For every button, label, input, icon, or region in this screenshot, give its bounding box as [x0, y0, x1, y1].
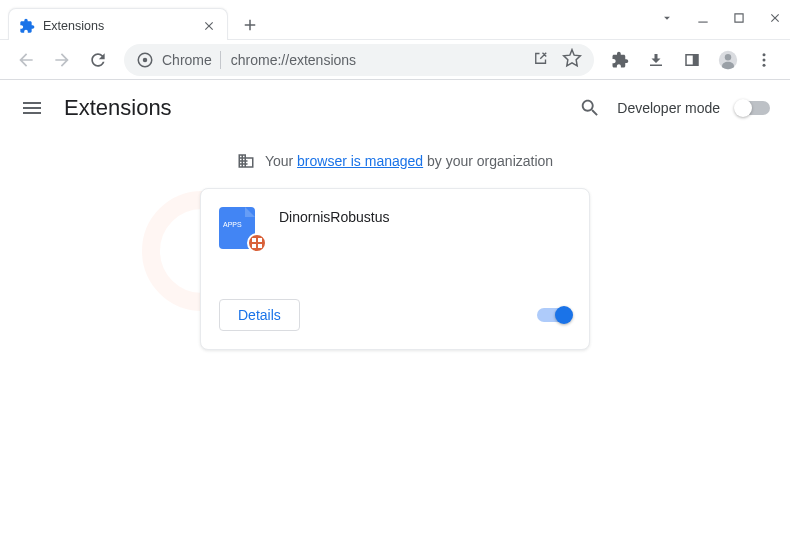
- reload-button[interactable]: [82, 44, 114, 76]
- grid-badge-icon: [247, 233, 267, 253]
- tab-title: Extensions: [43, 19, 193, 33]
- svg-point-7: [763, 58, 766, 61]
- page-title: Extensions: [64, 95, 172, 121]
- notice-text: Your browser is managed by your organiza…: [265, 153, 553, 169]
- developer-mode-toggle[interactable]: [736, 101, 770, 115]
- minimize-button[interactable]: [696, 11, 710, 29]
- menu-icon[interactable]: [748, 44, 780, 76]
- back-button[interactable]: [10, 44, 42, 76]
- tab-strip: Extensions: [8, 8, 264, 42]
- header-right: Developer mode: [579, 97, 770, 119]
- url-text: chrome://extensions: [231, 52, 522, 68]
- omnibox-actions: [532, 48, 582, 72]
- browser-tab[interactable]: Extensions: [8, 8, 228, 42]
- details-button[interactable]: Details: [219, 299, 300, 331]
- new-tab-button[interactable]: [236, 11, 264, 39]
- svg-point-6: [763, 53, 766, 56]
- extension-card: APPS DinornisRobustus Details: [200, 188, 590, 350]
- browser-toolbar: Chrome chrome://extensions: [0, 40, 790, 80]
- building-icon: [237, 152, 255, 170]
- extensions-icon[interactable]: [604, 44, 636, 76]
- svg-rect-12: [258, 244, 262, 248]
- share-icon[interactable]: [532, 49, 550, 71]
- svg-point-5: [725, 54, 731, 60]
- svg-point-8: [763, 63, 766, 66]
- svg-point-1: [143, 57, 148, 62]
- address-bar[interactable]: Chrome chrome://extensions: [124, 44, 594, 76]
- extension-puzzle-icon: [19, 18, 35, 34]
- extension-enable-toggle[interactable]: [537, 308, 571, 322]
- svg-rect-11: [252, 244, 256, 248]
- extension-app-icon: APPS: [219, 207, 261, 249]
- tab-close-button[interactable]: [201, 18, 217, 34]
- downloads-icon[interactable]: [640, 44, 672, 76]
- search-icon[interactable]: [579, 97, 601, 119]
- bookmark-icon[interactable]: [562, 48, 582, 72]
- window-titlebar: Extensions: [0, 0, 790, 40]
- extension-name: DinornisRobustus: [279, 207, 390, 249]
- chevron-down-icon[interactable]: [660, 11, 674, 29]
- hamburger-menu-icon[interactable]: [20, 96, 44, 120]
- maximize-button[interactable]: [732, 11, 746, 29]
- close-window-button[interactable]: [768, 11, 782, 29]
- browser-managed-link[interactable]: browser is managed: [297, 153, 423, 169]
- developer-mode-label: Developer mode: [617, 100, 720, 116]
- extension-header: APPS DinornisRobustus: [219, 207, 571, 249]
- extensions-header: Extensions Developer mode: [0, 80, 790, 136]
- svg-rect-3: [693, 54, 698, 65]
- site-info[interactable]: Chrome: [136, 51, 221, 69]
- profile-icon[interactable]: [712, 44, 744, 76]
- managed-notice: Your browser is managed by your organiza…: [0, 146, 790, 188]
- extensions-content: Your browser is managed by your organiza…: [0, 136, 790, 350]
- secure-label: Chrome: [162, 52, 212, 68]
- svg-rect-9: [252, 238, 256, 242]
- side-panel-icon[interactable]: [676, 44, 708, 76]
- extension-footer: Details: [219, 299, 571, 331]
- forward-button[interactable]: [46, 44, 78, 76]
- divider: [220, 51, 221, 69]
- svg-rect-10: [258, 238, 262, 242]
